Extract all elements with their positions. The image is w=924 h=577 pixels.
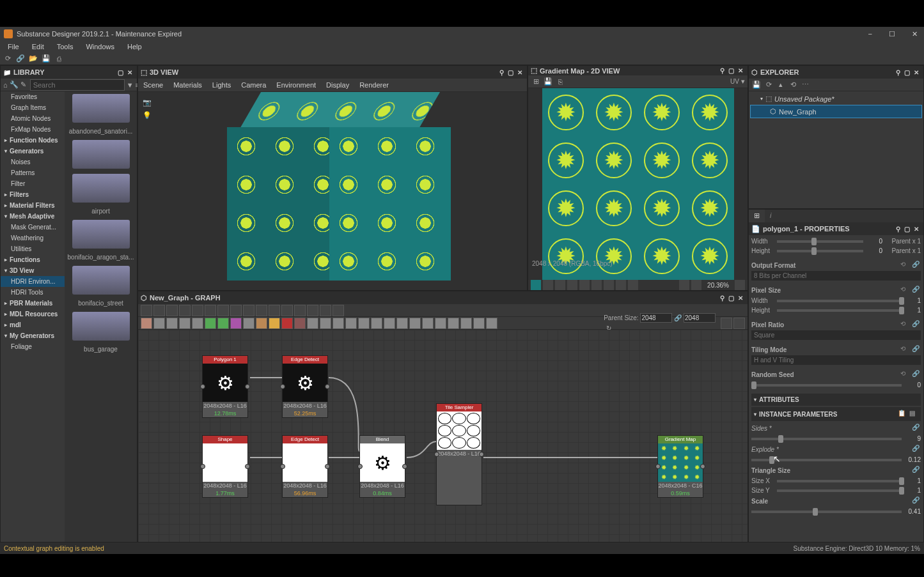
- pencil-icon[interactable]: ✎: [20, 80, 26, 90]
- graph-node-icon[interactable]: [473, 318, 485, 329]
- camera-icon[interactable]: 📷: [142, 97, 152, 107]
- search-input[interactable]: [30, 79, 125, 91]
- menu-tools[interactable]: Tools: [52, 42, 79, 52]
- graph-node-icon[interactable]: [422, 318, 434, 329]
- view3d-viewport[interactable]: 📷 💡: [138, 92, 527, 290]
- diamond-icon[interactable]: [543, 280, 553, 290]
- pin-icon[interactable]: ⚲: [894, 69, 902, 76]
- graph-node[interactable]: Gradient Map✹✹✹✹✹✹✹✹✹✹✹✹✹✹✹✹2048x2048 - …: [657, 435, 703, 498]
- close-button[interactable]: ✕: [909, 30, 920, 38]
- tree-item[interactable]: My Generators: [1, 330, 65, 341]
- graph-node-icon[interactable]: [230, 318, 242, 329]
- view3d-menu-item[interactable]: Scene: [141, 80, 166, 90]
- tree-item[interactable]: Generators: [1, 146, 65, 157]
- library-tree[interactable]: FavoritesGraph ItemsAtomic NodesFxMap No…: [1, 91, 65, 542]
- thumb-item[interactable]: bonifacio_aragon_sta...: [67, 220, 134, 261]
- px-height-slider[interactable]: [777, 309, 902, 312]
- view3d-menu-item[interactable]: Lights: [210, 80, 233, 90]
- graph-node-icon[interactable]: [396, 318, 408, 329]
- output-format-dropdown[interactable]: 8 Bits per Channel: [751, 271, 921, 281]
- reset-icon[interactable]: ⟲: [900, 261, 909, 270]
- tree-item[interactable]: Favorites: [1, 91, 65, 102]
- maximize-icon[interactable]: ▢: [726, 67, 736, 74]
- clipboard-icon[interactable]: 📋: [898, 410, 907, 419]
- height-slider[interactable]: [777, 250, 863, 252]
- tiling-mode-dropdown[interactable]: H and V Tiling: [751, 355, 921, 365]
- levels-icon[interactable]: [604, 280, 614, 290]
- tree-item[interactable]: Patterns: [1, 167, 65, 178]
- home-icon[interactable]: ⌂: [3, 80, 8, 90]
- graph-tool-icon[interactable]: [307, 305, 318, 316]
- view3d-menu-item[interactable]: Camera: [239, 80, 269, 90]
- wrench-icon[interactable]: 🔧: [10, 80, 19, 90]
- close-panel-icon[interactable]: ✕: [125, 69, 134, 76]
- graph-node-icon[interactable]: [448, 318, 459, 329]
- tab-base[interactable]: ⊞: [749, 210, 765, 222]
- filter-icon[interactable]: ▼: [127, 80, 134, 90]
- tree-item[interactable]: Filter: [1, 178, 65, 189]
- tree-item[interactable]: Mask Generat...: [1, 222, 65, 233]
- link-icon[interactable]: 🔗: [912, 320, 921, 329]
- parent-size-x[interactable]: [640, 313, 672, 323]
- tree-item[interactable]: Material Filters: [1, 200, 65, 211]
- graph-node-icon[interactable]: [358, 318, 370, 329]
- graph-tool-icon[interactable]: [230, 305, 242, 316]
- graph-item[interactable]: ⬡ New_Graph: [750, 105, 922, 118]
- graph-node-icon[interactable]: [205, 318, 216, 329]
- ratio-icon[interactable]: [691, 280, 701, 290]
- minimize-button[interactable]: −: [866, 30, 875, 38]
- graph-node-icon[interactable]: [217, 318, 229, 329]
- graph-node-icon[interactable]: [166, 318, 178, 329]
- graph-tool-icon[interactable]: [294, 305, 306, 316]
- px-width-slider[interactable]: [777, 300, 902, 302]
- parent-size-y[interactable]: [684, 313, 716, 323]
- maximize-icon[interactable]: ▢: [726, 295, 736, 302]
- tree-item[interactable]: Functions: [1, 254, 65, 265]
- reset-icon[interactable]: ⟲: [900, 320, 909, 329]
- link-icon[interactable]: 🔗: [912, 466, 921, 475]
- graph-node-icon[interactable]: [256, 318, 267, 329]
- menu-icon[interactable]: ▤: [909, 410, 918, 419]
- graph-node-icon[interactable]: [294, 318, 306, 329]
- histogram-icon[interactable]: [616, 280, 626, 290]
- tree-item[interactable]: HDRI Tools: [1, 287, 65, 298]
- uv-label[interactable]: UV: [730, 78, 739, 85]
- link-icon[interactable]: 🔗: [912, 424, 921, 433]
- width-slider[interactable]: .prop-slider::after{left:var(--p,0)}: [777, 240, 863, 243]
- tree-item[interactable]: Graph Items: [1, 102, 65, 113]
- maximize-icon[interactable]: ▢: [506, 69, 515, 76]
- link-icon[interactable]: 🔗: [912, 286, 921, 295]
- maximize-icon[interactable]: ▢: [902, 226, 912, 233]
- graph-node[interactable]: Edge Detect⚙2048x2048 - L1652.25ms: [282, 355, 328, 418]
- graph-tool-icon[interactable]: [153, 305, 165, 316]
- graph-tool-icon[interactable]: [281, 305, 293, 316]
- tile-icon[interactable]: [579, 280, 590, 290]
- graph-node-icon[interactable]: [307, 318, 318, 329]
- link-icon[interactable]: 🔗: [912, 370, 921, 379]
- graph-node-icon[interactable]: [384, 318, 395, 329]
- copy-icon[interactable]: ⎘: [555, 77, 565, 87]
- graph-node-icon[interactable]: [486, 318, 497, 329]
- fit-icon[interactable]: [679, 280, 689, 290]
- pin-icon[interactable]: ⚲: [497, 69, 506, 76]
- maximize-button[interactable]: ☐: [886, 30, 898, 38]
- graph-tool-icon[interactable]: [217, 305, 229, 316]
- more-icon[interactable]: ⋯: [800, 80, 810, 90]
- size-y-slider[interactable]: [777, 489, 902, 492]
- graph-node-icon[interactable]: [141, 318, 152, 329]
- thumb-item[interactable]: bus_garage: [67, 312, 134, 353]
- menu-edit[interactable]: Edit: [27, 42, 49, 52]
- graph-node-icon[interactable]: [153, 318, 165, 329]
- sphere-icon[interactable]: [628, 280, 638, 290]
- tab-info[interactable]: i: [765, 210, 776, 222]
- random-seed-slider[interactable]: [751, 384, 902, 387]
- pixel-ratio-dropdown[interactable]: Square: [751, 330, 921, 340]
- menu-file[interactable]: File: [3, 42, 24, 52]
- graph-tool-icon[interactable]: [179, 305, 191, 316]
- graph-node[interactable]: Blend⚙2048x2048 - L160.84ms: [359, 435, 405, 498]
- graph-node-icon[interactable]: [320, 318, 331, 329]
- tree-item[interactable]: mdl: [1, 319, 65, 330]
- link-icon[interactable]: 🔗: [912, 261, 921, 270]
- instance-params-section[interactable]: INSTANCE PARAMETERS 📋 ▤: [751, 407, 921, 421]
- library-thumbs[interactable]: abandoned_sanatori...airportbonifacio_ar…: [65, 91, 137, 542]
